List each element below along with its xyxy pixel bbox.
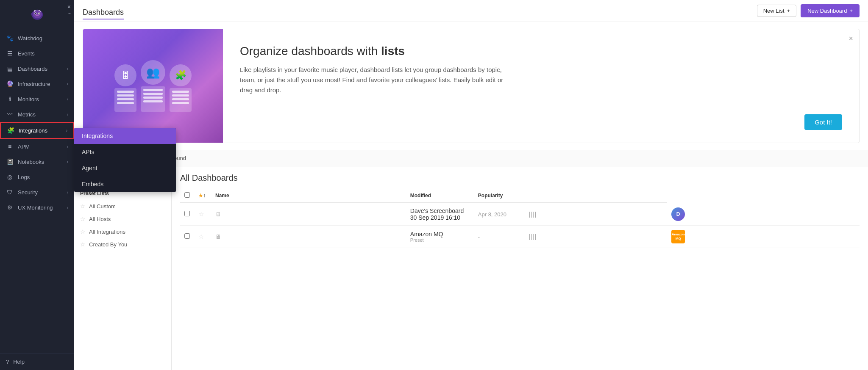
logs-icon: ◎ xyxy=(6,173,14,181)
sidebar-item-label: Integrations xyxy=(19,127,66,134)
row-star-cell: ☆ xyxy=(194,203,211,226)
modified-header[interactable]: Modified xyxy=(406,189,474,203)
sidebar-item-events[interactable]: ☰ Events xyxy=(0,46,74,61)
banner-title: Organize dashboards with lists xyxy=(240,44,842,58)
sidebar-item-integrations[interactable]: 🧩 Integrations › xyxy=(0,122,74,139)
line4 xyxy=(143,100,163,102)
dropdown-item-agent[interactable]: Agent xyxy=(74,160,176,176)
row-type-icon-cell: 🖥 xyxy=(211,226,406,248)
sidebar-item-label: Logs xyxy=(18,174,68,180)
dropdown-item-apis[interactable]: APIs xyxy=(74,144,176,160)
sidebar-item-metrics[interactable]: 〰 Metrics › xyxy=(0,107,74,122)
sidebar-item-label: Metrics xyxy=(18,111,67,118)
row-star-cell: ☆ xyxy=(194,226,211,248)
sidebar-item-ux-monitoring[interactable]: ⚙ UX Monitoring › xyxy=(0,200,74,215)
new-dashboard-button[interactable]: New Dashboard + xyxy=(801,4,860,17)
sidebar-close-icon[interactable]: × xyxy=(67,3,71,10)
row-avatar-cell: D xyxy=(667,203,860,226)
topbar-actions: New List + New Dashboard + xyxy=(757,4,860,17)
sidebar-item-logs[interactable]: ◎ Logs xyxy=(0,169,74,185)
topbar: Dashboards New List + New Dashboard + xyxy=(74,0,868,22)
popularity-header[interactable]: Popularity xyxy=(474,189,525,203)
help-icon: ? xyxy=(6,359,9,365)
sidebar-help-item[interactable]: ? Help xyxy=(0,353,74,370)
row-modified-cell: Apr 8, 2020 xyxy=(474,203,525,226)
row-modified-date: - xyxy=(478,234,480,240)
nav-arrow-icon: › xyxy=(67,144,68,149)
star-sort-header[interactable]: ★↑ xyxy=(194,189,211,203)
help-label: Help xyxy=(13,359,25,365)
sidebar-minimize-icon[interactable]: − xyxy=(68,11,71,16)
checkbox-header xyxy=(180,189,194,203)
line2 xyxy=(143,93,163,95)
list-item-all-integrations[interactable]: ☆ All Integrations xyxy=(74,225,171,238)
row-modified-cell: - xyxy=(474,226,525,248)
line1 xyxy=(143,89,163,91)
row-type-icon-cell: 🖥 xyxy=(211,203,406,226)
star-icon: ☆ xyxy=(80,241,86,248)
dropdown-item-integrations[interactable]: Integrations xyxy=(74,128,176,144)
banner-title-bold: lists xyxy=(381,44,405,58)
sidebar-item-apm[interactable]: ≡ APM › xyxy=(0,139,74,154)
list-item-label: All Custom xyxy=(89,203,116,210)
avatar-header xyxy=(525,189,667,203)
line1 xyxy=(117,91,134,93)
sidebar-item-monitors[interactable]: ℹ Monitors › xyxy=(0,91,74,107)
row-name-cell: Dave's Screenboard 30 Sep 2019 16:10 xyxy=(406,203,474,226)
list-item-label: Created By You xyxy=(89,241,127,248)
sidebar: × − 🐾 Watchdog ☰ Events ▤ Dashboards › 🔮… xyxy=(0,0,74,370)
notebooks-icon: 📓 xyxy=(6,158,14,166)
new-dashboard-plus-icon: + xyxy=(849,8,853,14)
new-list-label: New List xyxy=(763,8,785,14)
banner-icon-center: 👥 xyxy=(141,60,165,112)
header-row: ★↑ Name Modified Popularity xyxy=(180,189,860,203)
sidebar-item-label: UX Monitoring xyxy=(18,204,67,211)
list-item-label: All Hosts xyxy=(89,216,111,222)
all-dashboards-title: All Dashboards xyxy=(180,173,860,183)
table-body: ☆ 🖥 Dave's Screenboard 30 Sep 2019 16:10… xyxy=(180,203,860,248)
sidebar-item-label: APM xyxy=(18,144,67,150)
sidebar-item-watchdog[interactable]: 🐾 Watchdog xyxy=(0,30,74,46)
datadog-logo-icon xyxy=(27,5,47,25)
row-star-icon[interactable]: ☆ xyxy=(198,233,204,240)
dropdown-item-embeds[interactable]: Embeds xyxy=(74,176,176,192)
star-icon: ☆ xyxy=(80,215,86,222)
list-item-created-by-you[interactable]: ☆ Created By You xyxy=(74,238,171,251)
dashboard-area: All Dashboards ★↑ Name Modified Populari… xyxy=(172,166,868,370)
nav-arrow-icon: › xyxy=(67,82,68,86)
integrations-icon: 🧩 xyxy=(7,127,14,134)
table-row: ☆ 🖥 Amazon MQ Preset - |||| Amazon MQ xyxy=(180,226,860,248)
name-header[interactable]: Name xyxy=(211,189,406,203)
got-it-button[interactable]: Got It! xyxy=(804,114,842,130)
amazon-avatar: Amazon MQ xyxy=(671,230,685,243)
user-avatar: D xyxy=(671,207,685,221)
banner-title-plain: Organize dashboards with xyxy=(240,44,381,58)
row-name[interactable]: Dave's Screenboard 30 Sep 2019 16:10 xyxy=(410,207,470,221)
table-header: ★↑ Name Modified Popularity xyxy=(180,189,860,203)
sidebar-item-label: Monitors xyxy=(18,96,67,102)
sidebar-item-label: Events xyxy=(18,50,68,57)
dashboard-icon-center: 👥 xyxy=(141,60,165,85)
sidebar-item-notebooks[interactable]: 📓 Notebooks › xyxy=(0,154,74,169)
preset-list-items: ☆ All Custom ☆ All Hosts ☆ All Integrati… xyxy=(74,200,171,251)
row-name[interactable]: Amazon MQ xyxy=(410,231,470,237)
sidebar-item-dashboards[interactable]: ▤ Dashboards › xyxy=(0,61,74,76)
ux-monitoring-icon: ⚙ xyxy=(6,204,14,211)
row-star-icon[interactable]: ☆ xyxy=(198,210,204,218)
new-list-button[interactable]: New List + xyxy=(757,5,796,17)
sidebar-item-infrastructure[interactable]: 🔮 Infrastructure › xyxy=(0,76,74,91)
security-icon: 🛡 xyxy=(6,188,14,196)
screen-icon: 🖥 xyxy=(215,211,221,218)
line3 xyxy=(172,98,189,100)
list-item-all-hosts[interactable]: ☆ All Hosts xyxy=(74,213,171,225)
row-checkbox[interactable] xyxy=(184,233,190,239)
nav-arrow-icon: › xyxy=(67,160,68,164)
sidebar-item-security[interactable]: 🛡 Security › xyxy=(0,185,74,200)
line3 xyxy=(117,98,134,100)
row-checkbox[interactable] xyxy=(184,211,190,216)
list-item-all-custom[interactable]: ☆ All Custom xyxy=(74,200,171,213)
banner-close-icon[interactable]: × xyxy=(849,34,853,43)
select-all-checkbox[interactable] xyxy=(184,192,190,198)
row-popularity-bars: |||| xyxy=(529,233,537,240)
table-row: ☆ 🖥 Dave's Screenboard 30 Sep 2019 16:10… xyxy=(180,203,860,226)
